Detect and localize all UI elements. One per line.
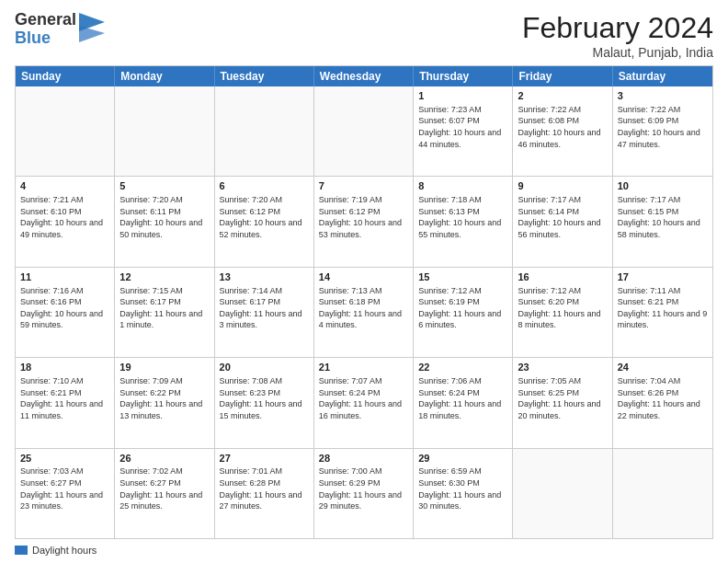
cal-cell: 3Sunrise: 7:22 AM Sunset: 6:09 PM Daylig… — [613, 86, 712, 176]
sun-info: Sunrise: 7:02 AM Sunset: 6:27 PM Dayligh… — [119, 465, 209, 511]
cal-cell: 8Sunrise: 7:18 AM Sunset: 6:13 PM Daylig… — [414, 177, 513, 266]
day-number: 2 — [518, 89, 607, 103]
sun-info: Sunrise: 7:22 AM Sunset: 6:08 PM Dayligh… — [518, 104, 607, 150]
cal-cell: 25Sunrise: 7:03 AM Sunset: 6:27 PM Dayli… — [16, 449, 115, 538]
day-number: 4 — [20, 179, 109, 193]
sun-info: Sunrise: 7:15 AM Sunset: 6:17 PM Dayligh… — [119, 285, 209, 331]
cal-cell: 7Sunrise: 7:19 AM Sunset: 6:12 PM Daylig… — [314, 177, 414, 266]
sun-info: Sunrise: 7:20 AM Sunset: 6:12 PM Dayligh… — [220, 194, 309, 240]
cal-row: 4Sunrise: 7:21 AM Sunset: 6:10 PM Daylig… — [16, 176, 712, 266]
day-number: 8 — [418, 179, 507, 193]
cal-cell: 26Sunrise: 7:02 AM Sunset: 6:27 PM Dayli… — [115, 449, 214, 538]
sun-info: Sunrise: 7:14 AM Sunset: 6:17 PM Dayligh… — [220, 285, 309, 331]
month-title: February 2024 — [522, 11, 713, 45]
sun-info: Sunrise: 7:23 AM Sunset: 6:07 PM Dayligh… — [418, 104, 507, 150]
cal-row: 18Sunrise: 7:10 AM Sunset: 6:21 PM Dayli… — [16, 357, 712, 447]
sun-info: Sunrise: 7:09 AM Sunset: 6:22 PM Dayligh… — [119, 375, 209, 421]
calendar-header: SundayMondayTuesdayWednesdayThursdayFrid… — [16, 66, 712, 86]
sun-info: Sunrise: 7:12 AM Sunset: 6:19 PM Dayligh… — [418, 285, 507, 331]
day-number: 20 — [220, 361, 309, 374]
cal-cell: 1Sunrise: 7:23 AM Sunset: 6:07 PM Daylig… — [414, 86, 513, 176]
day-number: 1 — [418, 89, 507, 103]
cal-header-cell: Friday — [513, 66, 612, 86]
location: Malaut, Punjab, India — [522, 45, 713, 60]
sun-info: Sunrise: 7:10 AM Sunset: 6:21 PM Dayligh… — [20, 375, 109, 421]
cal-header-cell: Saturday — [613, 66, 712, 86]
cal-cell — [215, 86, 314, 176]
cal-cell: 17Sunrise: 7:11 AM Sunset: 6:21 PM Dayli… — [613, 268, 712, 357]
sun-info: Sunrise: 7:17 AM Sunset: 6:14 PM Dayligh… — [518, 194, 607, 240]
logo-general: General — [15, 11, 76, 29]
cal-header-cell: Sunday — [16, 66, 115, 86]
logo: General Blue — [15, 11, 105, 48]
cal-cell: 2Sunrise: 7:22 AM Sunset: 6:08 PM Daylig… — [513, 86, 612, 176]
day-number: 15 — [418, 270, 507, 284]
sun-info: Sunrise: 7:20 AM Sunset: 6:11 PM Dayligh… — [119, 194, 209, 240]
day-number: 21 — [319, 361, 408, 374]
day-number: 17 — [618, 270, 708, 284]
cal-cell: 20Sunrise: 7:08 AM Sunset: 6:23 PM Dayli… — [215, 358, 314, 447]
day-number: 10 — [618, 179, 708, 193]
cal-cell: 24Sunrise: 7:04 AM Sunset: 6:26 PM Dayli… — [613, 358, 712, 447]
title-block: February 2024 Malaut, Punjab, India — [522, 11, 713, 60]
cal-header-cell: Wednesday — [314, 66, 414, 86]
cal-cell: 22Sunrise: 7:06 AM Sunset: 6:24 PM Dayli… — [414, 358, 513, 447]
page: General Blue February 2024 Malaut, Punja… — [0, 0, 728, 563]
sun-info: Sunrise: 7:19 AM Sunset: 6:12 PM Dayligh… — [319, 194, 408, 240]
logo-text: General Blue — [15, 11, 76, 48]
cal-cell: 19Sunrise: 7:09 AM Sunset: 6:22 PM Dayli… — [115, 358, 214, 447]
day-number: 11 — [20, 270, 109, 284]
sun-info: Sunrise: 7:06 AM Sunset: 6:24 PM Dayligh… — [418, 375, 507, 421]
cal-cell: 21Sunrise: 7:07 AM Sunset: 6:24 PM Dayli… — [314, 358, 414, 447]
cal-cell — [513, 449, 612, 538]
day-number: 7 — [319, 179, 408, 193]
cal-cell: 10Sunrise: 7:17 AM Sunset: 6:15 PM Dayli… — [613, 177, 712, 266]
cal-cell: 27Sunrise: 7:01 AM Sunset: 6:28 PM Dayli… — [215, 449, 314, 538]
sun-info: Sunrise: 6:59 AM Sunset: 6:30 PM Dayligh… — [418, 465, 507, 511]
sun-info: Sunrise: 7:07 AM Sunset: 6:24 PM Dayligh… — [319, 375, 408, 421]
day-number: 6 — [220, 179, 309, 193]
sun-info: Sunrise: 7:03 AM Sunset: 6:27 PM Dayligh… — [20, 465, 109, 511]
day-number: 16 — [518, 270, 607, 284]
sun-info: Sunrise: 7:13 AM Sunset: 6:18 PM Dayligh… — [319, 285, 408, 331]
cal-cell: 12Sunrise: 7:15 AM Sunset: 6:17 PM Dayli… — [115, 268, 214, 357]
cal-row: 1Sunrise: 7:23 AM Sunset: 6:07 PM Daylig… — [16, 86, 712, 176]
sun-info: Sunrise: 7:11 AM Sunset: 6:21 PM Dayligh… — [618, 285, 708, 331]
sun-info: Sunrise: 7:01 AM Sunset: 6:28 PM Dayligh… — [220, 465, 309, 511]
day-number: 14 — [319, 270, 408, 284]
sun-info: Sunrise: 7:22 AM Sunset: 6:09 PM Dayligh… — [618, 104, 708, 150]
day-number: 29 — [418, 452, 507, 465]
legend-label: Daylight hours — [32, 545, 97, 556]
cal-cell — [613, 449, 712, 538]
cal-row: 11Sunrise: 7:16 AM Sunset: 6:16 PM Dayli… — [16, 267, 712, 357]
calendar: SundayMondayTuesdayWednesdayThursdayFrid… — [15, 65, 713, 539]
day-number: 27 — [220, 452, 309, 465]
sun-info: Sunrise: 7:00 AM Sunset: 6:29 PM Dayligh… — [319, 465, 408, 511]
sun-info: Sunrise: 7:21 AM Sunset: 6:10 PM Dayligh… — [20, 194, 109, 240]
cal-cell: 13Sunrise: 7:14 AM Sunset: 6:17 PM Dayli… — [215, 268, 314, 357]
cal-cell: 28Sunrise: 7:00 AM Sunset: 6:29 PM Dayli… — [314, 449, 414, 538]
sun-info: Sunrise: 7:04 AM Sunset: 6:26 PM Dayligh… — [618, 375, 708, 421]
cal-cell — [314, 86, 414, 176]
cal-cell — [16, 86, 115, 176]
cal-cell: 6Sunrise: 7:20 AM Sunset: 6:12 PM Daylig… — [215, 177, 314, 266]
day-number: 25 — [20, 452, 109, 465]
sun-info: Sunrise: 7:08 AM Sunset: 6:23 PM Dayligh… — [220, 375, 309, 421]
cal-row: 25Sunrise: 7:03 AM Sunset: 6:27 PM Dayli… — [16, 448, 712, 538]
cal-cell: 11Sunrise: 7:16 AM Sunset: 6:16 PM Dayli… — [16, 268, 115, 357]
day-number: 3 — [618, 89, 708, 103]
cal-cell: 29Sunrise: 6:59 AM Sunset: 6:30 PM Dayli… — [414, 449, 513, 538]
sun-info: Sunrise: 7:05 AM Sunset: 6:25 PM Dayligh… — [518, 375, 607, 421]
day-number: 5 — [119, 179, 209, 193]
day-number: 19 — [119, 361, 209, 374]
legend-box — [15, 546, 28, 555]
sun-info: Sunrise: 7:17 AM Sunset: 6:15 PM Dayligh… — [618, 194, 708, 240]
footer: Daylight hours — [15, 545, 713, 556]
header: General Blue February 2024 Malaut, Punja… — [15, 11, 713, 60]
day-number: 12 — [119, 270, 209, 284]
cal-cell: 9Sunrise: 7:17 AM Sunset: 6:14 PM Daylig… — [513, 177, 612, 266]
cal-header-cell: Monday — [115, 66, 214, 86]
day-number: 26 — [119, 452, 209, 465]
logo-icon — [79, 13, 105, 46]
day-number: 13 — [220, 270, 309, 284]
